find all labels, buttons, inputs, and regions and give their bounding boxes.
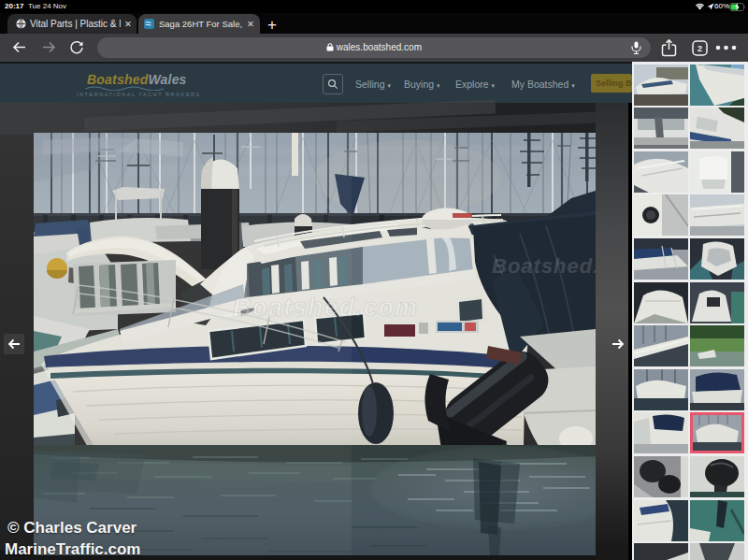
svg-text:Boatshed.com: Boatshed.com (233, 294, 418, 322)
svg-text:Boatshed.c: Boatshed.c (492, 254, 596, 278)
svg-text:2: 2 (698, 44, 702, 53)
